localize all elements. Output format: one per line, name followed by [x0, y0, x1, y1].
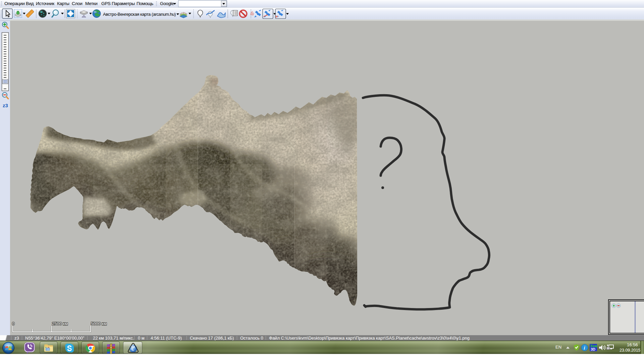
svg-text:2500 км: 2500 км: [52, 321, 68, 326]
svg-text:3D: 3D: [591, 347, 595, 351]
svg-text:0: 0: [12, 321, 14, 326]
svg-text:5000 км: 5000 км: [91, 321, 107, 326]
svg-text:z3: z3: [3, 103, 8, 108]
